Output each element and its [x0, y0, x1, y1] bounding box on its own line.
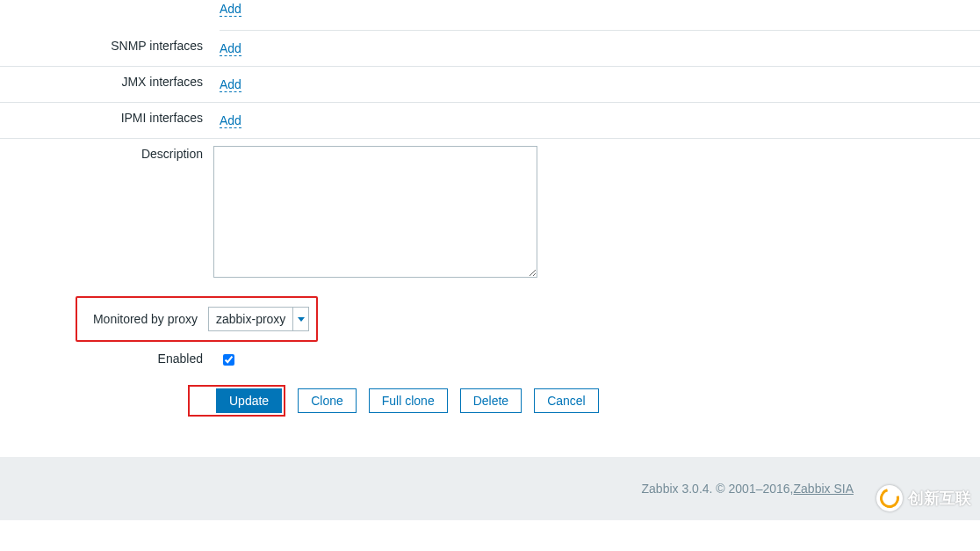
add-snmp-interface-link[interactable]: Add	[220, 41, 241, 56]
watermark-text: 创新互联	[908, 488, 971, 509]
enabled-label: Enabled	[0, 349, 213, 366]
proxy-highlight: Monitored by proxy zabbix-proxy	[76, 296, 318, 342]
ipmi-interfaces-label: IPMI interfaces	[0, 108, 213, 125]
snmp-interfaces-label: SNMP interfaces	[0, 36, 213, 53]
monitored-by-proxy-label: Monitored by proxy	[81, 312, 208, 326]
add-jmx-interface-link[interactable]: Add	[220, 77, 241, 92]
add-agent-interface-link[interactable]: Add	[220, 2, 241, 17]
delete-button[interactable]: Delete	[460, 388, 522, 413]
footer-text: Zabbix 3.0.4. © 2001–2016,	[642, 482, 794, 496]
chevron-down-icon	[298, 317, 305, 322]
footer: Zabbix 3.0.4. © 2001–2016, Zabbix SIA 创新…	[0, 457, 980, 520]
proxy-select[interactable]: zabbix-proxy	[208, 307, 309, 331]
clone-button[interactable]: Clone	[298, 388, 357, 413]
cancel-button[interactable]: Cancel	[534, 388, 599, 413]
enabled-checkbox[interactable]	[223, 354, 234, 366]
watermark-logo-icon	[876, 485, 903, 511]
proxy-dropdown-button[interactable]	[292, 308, 308, 330]
watermark: 创新互联	[876, 485, 971, 511]
description-textarea[interactable]	[213, 146, 537, 278]
footer-link[interactable]: Zabbix SIA	[794, 482, 854, 496]
update-button[interactable]: Update	[216, 388, 282, 413]
jmx-interfaces-label: JMX interfaces	[0, 72, 213, 89]
proxy-selected-text: zabbix-proxy	[209, 312, 292, 326]
update-highlight: Update	[188, 385, 285, 417]
description-label: Description	[0, 144, 213, 161]
add-ipmi-interface-link[interactable]: Add	[220, 113, 241, 128]
full-clone-button[interactable]: Full clone	[369, 388, 448, 413]
